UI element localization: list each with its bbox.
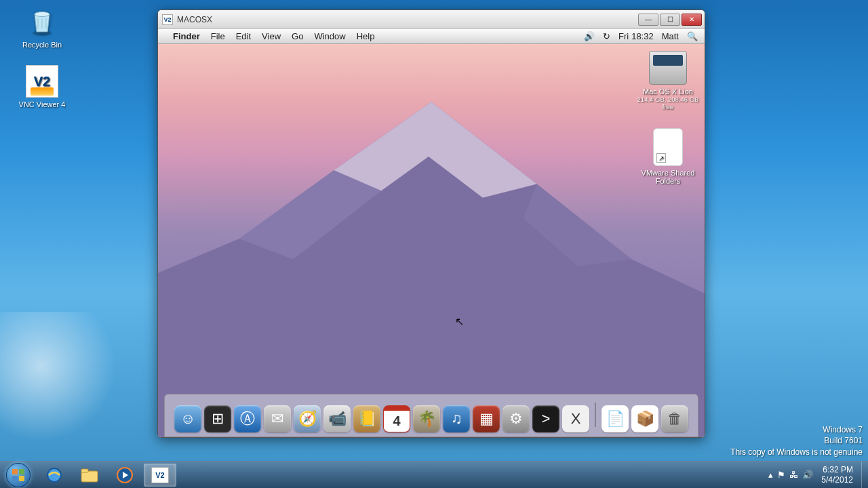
menubar-user[interactable]: Matt <box>662 31 679 41</box>
mac-menubar: Finder File Edit View Go Window Help 🔊 ↻… <box>158 29 705 44</box>
minimize-button[interactable]: — <box>638 14 658 26</box>
file-alias-icon <box>653 128 683 166</box>
dock-item-x11[interactable]: X <box>562 405 589 432</box>
svg-rect-12 <box>81 469 88 472</box>
cursor-icon: ↖ <box>455 315 464 328</box>
dock-separator <box>595 403 596 427</box>
dock-item-terminal[interactable]: > <box>532 405 559 432</box>
tray-volume-icon[interactable]: 🔊 <box>802 470 813 480</box>
hd-label: Mac OS X Lion <box>635 87 701 96</box>
taskbar-explorer[interactable] <box>73 464 106 487</box>
wallpaper-mountain <box>158 81 705 437</box>
menubar-time[interactable]: 18:32 <box>631 31 654 41</box>
volume-icon[interactable]: 🔊 <box>584 31 595 41</box>
mac-desktop[interactable]: Mac OS X Lion 214.4 GB, 208.46 GB free V… <box>158 44 705 437</box>
vmshared-label-2: Folders <box>635 177 701 185</box>
dock-item-app-store[interactable]: Ⓐ <box>234 405 261 432</box>
recycle-bin-icon <box>26 5 58 38</box>
menu-help[interactable]: Help <box>357 31 375 41</box>
dock-item-calendar[interactable]: 4 <box>383 405 410 432</box>
dock-item-itunes[interactable]: ♫ <box>443 405 470 432</box>
menu-window[interactable]: Window <box>314 31 345 41</box>
dock-item-facetime[interactable]: 📹 <box>323 405 351 432</box>
windows-taskbar: V2 ▴ ⚑ 🖧 🔊 6:32 PM 5/4/2012 <box>0 461 868 488</box>
menu-file[interactable]: File <box>211 31 225 41</box>
dock-item-contacts[interactable]: 📒 <box>353 405 380 432</box>
watermark-line1: Windows 7 <box>730 424 863 436</box>
tray-flag-icon[interactable]: ⚑ <box>777 470 785 480</box>
taskbar-clock[interactable]: 6:32 PM 5/4/2012 <box>821 465 853 485</box>
start-button[interactable] <box>0 462 37 489</box>
dock-item-preferences[interactable]: ⚙ <box>502 405 530 432</box>
show-desktop-button[interactable] <box>861 462 868 489</box>
desktop-icon-macintosh-hd[interactable]: Mac OS X Lion 214.4 GB, 208.46 GB free <box>635 51 701 110</box>
dock-item-trash[interactable]: 🗑 <box>661 405 688 432</box>
menubar-day[interactable]: Fri <box>618 31 629 41</box>
taskbar-ie[interactable] <box>38 464 71 487</box>
desktop-icon-vnc-viewer[interactable]: V2 VNC Viewer 4 <box>15 65 69 108</box>
dock-item-finder[interactable]: ☺ <box>174 405 201 432</box>
taskbar-vnc-viewer[interactable]: V2 <box>144 464 176 487</box>
svg-rect-6 <box>12 469 18 474</box>
svg-point-1 <box>35 12 50 17</box>
hd-sublabel: 214.4 GB, 208.46 GB free <box>635 96 701 110</box>
spotlight-icon[interactable]: 🔍 <box>687 31 698 41</box>
clock-time: 6:32 PM <box>821 465 853 474</box>
menu-go[interactable]: Go <box>292 31 303 41</box>
svg-rect-9 <box>19 476 24 481</box>
tray-network-icon[interactable]: 🖧 <box>789 470 798 480</box>
desktop-icon-vmware-shared[interactable]: VMware Shared Folders <box>635 128 701 185</box>
menu-view[interactable]: View <box>262 31 281 41</box>
maximize-button[interactable]: ☐ <box>660 14 680 26</box>
dock-item-zip[interactable]: 📦 <box>631 405 658 432</box>
recycle-bin-label: Recycle Bin <box>15 41 69 49</box>
vnc-window: V2 MACOSX — ☐ ✕ Finder File Edit View Go… <box>157 9 705 438</box>
mac-dock: ☺⊞Ⓐ✉🧭📹📒4🌴♫▦⚙>X📄📦🗑 <box>164 394 698 437</box>
svg-rect-7 <box>19 469 24 474</box>
windows-orb-icon <box>6 463 31 487</box>
dock-item-document[interactable]: 📄 <box>601 405 629 432</box>
windows-watermark: Windows 7 Build 7601 This copy of Window… <box>730 424 863 458</box>
watermark-line2: Build 7601 <box>730 435 863 447</box>
win7-logo-glow <box>0 312 136 447</box>
vnc-viewer-icon: V2 <box>26 65 58 98</box>
svg-rect-8 <box>12 476 18 481</box>
taskbar-media-player[interactable] <box>108 464 141 487</box>
vmshared-label-1: VMware Shared <box>635 169 701 177</box>
watermark-line3: This copy of Windows is not genuine <box>730 447 863 458</box>
dock-item-mail[interactable]: ✉ <box>264 405 291 432</box>
menubar-app-name[interactable]: Finder <box>173 31 200 41</box>
system-tray: ▴ ⚑ 🖧 🔊 6:32 PM 5/4/2012 <box>768 465 859 485</box>
vnc-app-icon: V2 <box>162 14 173 25</box>
dock-item-safari[interactable]: 🧭 <box>294 405 321 432</box>
dock-item-dashboard[interactable]: ⊞ <box>204 405 231 432</box>
vnc-window-title: MACOSX <box>177 15 212 24</box>
close-button[interactable]: ✕ <box>682 14 702 26</box>
hard-drive-icon <box>649 51 687 85</box>
desktop-icon-recycle-bin[interactable]: Recycle Bin <box>15 5 69 49</box>
vnc-titlebar[interactable]: V2 MACOSX — ☐ ✕ <box>158 10 705 29</box>
clock-date: 5/4/2012 <box>821 475 853 485</box>
vnc-viewer-label: VNC Viewer 4 <box>15 100 69 108</box>
dock-item-iphoto[interactable]: 🌴 <box>413 405 440 432</box>
menu-edit[interactable]: Edit <box>236 31 251 41</box>
dock-item-photo-booth[interactable]: ▦ <box>473 405 500 432</box>
tray-show-hidden-icon[interactable]: ▴ <box>768 470 773 480</box>
time-machine-icon[interactable]: ↻ <box>603 31 610 41</box>
